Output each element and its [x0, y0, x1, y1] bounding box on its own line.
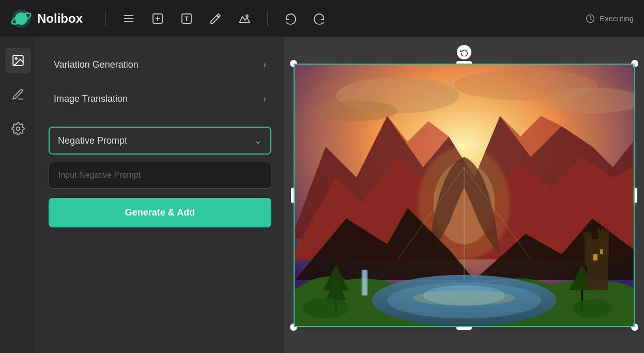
- clock-icon: [585, 13, 595, 24]
- negative-prompt-label: Negative Prompt: [58, 135, 127, 146]
- translation-chevron-icon: ›: [263, 94, 266, 104]
- svg-marker-11: [239, 17, 250, 23]
- executing-area: Executing: [585, 13, 634, 24]
- toolbar: Nolibox T Executing: [0, 0, 644, 37]
- svg-point-21: [315, 100, 397, 121]
- negative-prompt-input[interactable]: [49, 162, 271, 189]
- svg-rect-47: [606, 228, 608, 233]
- executing-label: Executing: [600, 14, 634, 23]
- negative-prompt-dropdown[interactable]: Negative Prompt ⌄: [49, 127, 271, 155]
- svg-rect-41: [599, 231, 609, 257]
- undo-button[interactable]: [280, 8, 301, 29]
- svg-point-57: [413, 290, 515, 305]
- rotate-handle[interactable]: [457, 45, 471, 59]
- svg-point-53: [572, 299, 612, 317]
- svg-text:T: T: [185, 15, 189, 23]
- svg-rect-40: [585, 234, 592, 265]
- image-translation-label: Image Translation: [54, 94, 128, 104]
- negative-prompt-chevron-icon: ⌄: [254, 135, 262, 146]
- svg-point-12: [246, 15, 248, 17]
- sidebar-item-edit[interactable]: [5, 82, 31, 108]
- side-panel: Variation Generation › Image Translation…: [36, 37, 284, 353]
- brush-button[interactable]: [205, 8, 226, 29]
- variation-generation-label: Variation Generation: [54, 59, 139, 70]
- logo-icon: [10, 8, 32, 29]
- toolbar-divider: [105, 11, 106, 26]
- icon-bar: [0, 37, 36, 353]
- svg-rect-49: [600, 249, 603, 254]
- app-name: Nolibox: [37, 11, 83, 26]
- svg-rect-46: [602, 228, 604, 233]
- svg-point-52: [302, 298, 348, 318]
- toolbar-divider-2: [267, 11, 268, 26]
- image-translation-item[interactable]: Image Translation ›: [49, 82, 271, 116]
- svg-rect-42: [583, 232, 585, 236]
- generate-add-button[interactable]: Generate & Add: [49, 198, 271, 227]
- image-button[interactable]: [234, 8, 255, 29]
- main-content: Variation Generation › Image Translation…: [0, 37, 644, 353]
- sidebar-item-image[interactable]: [5, 48, 31, 73]
- add-button[interactable]: [147, 8, 168, 29]
- variation-chevron-icon: ›: [263, 59, 266, 70]
- variation-generation-item[interactable]: Variation Generation ›: [49, 48, 271, 82]
- logo-area: Nolibox: [10, 8, 83, 29]
- image-container: [294, 64, 635, 327]
- text-button[interactable]: T: [176, 8, 197, 29]
- redo-button[interactable]: [309, 8, 330, 29]
- svg-point-16: [16, 127, 20, 131]
- svg-rect-43: [586, 232, 588, 236]
- hamburger-button[interactable]: [118, 8, 139, 29]
- canvas-area[interactable]: [284, 37, 644, 353]
- svg-rect-45: [597, 228, 600, 233]
- svg-rect-51: [363, 269, 367, 295]
- svg-rect-44: [589, 232, 591, 236]
- svg-rect-48: [593, 254, 597, 260]
- canvas-image: [294, 64, 635, 327]
- svg-point-15: [15, 58, 17, 59]
- sidebar-item-settings[interactable]: [5, 116, 31, 142]
